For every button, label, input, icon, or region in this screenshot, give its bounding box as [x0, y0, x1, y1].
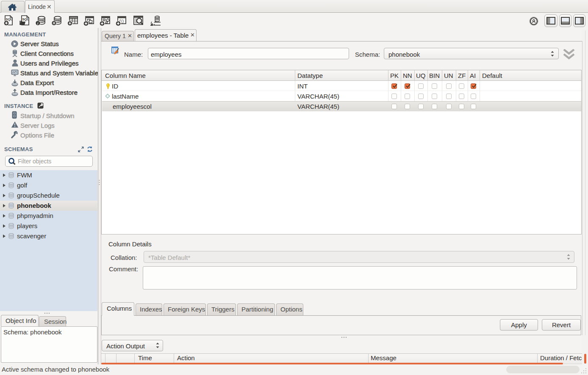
svg-text:SQL: SQL	[6, 17, 13, 21]
svg-text:SQL: SQL	[22, 17, 29, 21]
svg-text:(): ()	[121, 19, 124, 23]
